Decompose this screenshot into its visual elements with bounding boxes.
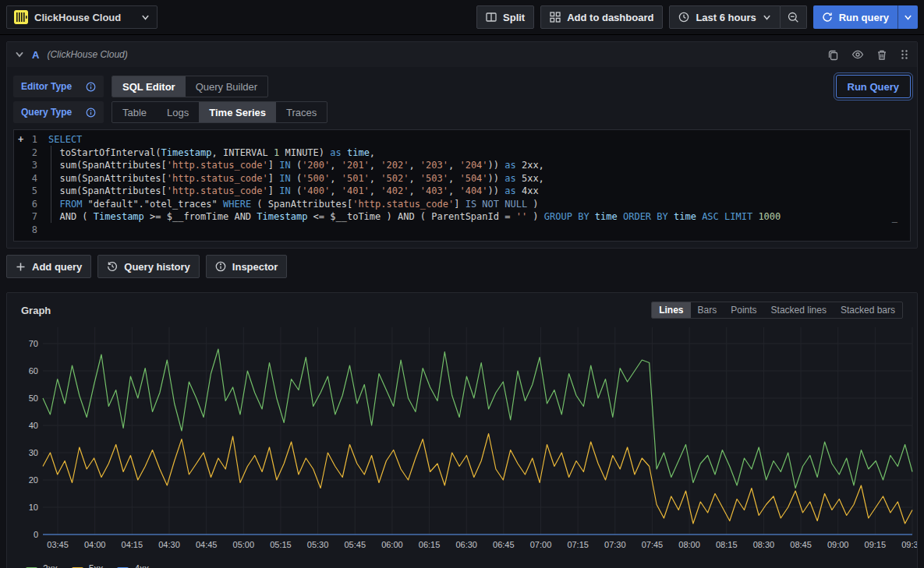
x-tick-label: 05:15 [270, 540, 292, 549]
code-line-7: 7 AND ( Timestamp >= $__fromTime AND Tim… [14, 210, 910, 224]
time-range-label: Last 6 hours [696, 12, 756, 23]
code-line-6: 6 FROM "default"."otel_traces" WHERE ( S… [14, 198, 910, 211]
x-tick-label: 06:00 [381, 540, 403, 549]
line-number: 3 [14, 159, 48, 172]
time-range-button[interactable]: Last 6 hours [669, 5, 780, 29]
sql-code-editor[interactable]: 1+SELECT2 toStartOfInterval(Timestamp, I… [13, 129, 911, 242]
query-type-option-time-series[interactable]: Time Series [199, 102, 276, 122]
y-tick-label: 30 [29, 448, 38, 457]
add-query-label: Add query [32, 261, 82, 273]
y-tick-label: 50 [29, 393, 38, 403]
collapse-chevron-icon[interactable] [15, 50, 24, 59]
search-minus-icon [788, 12, 799, 23]
graph-header: Graph LinesBarsPointsStacked linesStacke… [15, 299, 909, 321]
y-tick-label: 10 [29, 503, 38, 512]
legend-item-4xx[interactable]: 4xx [117, 563, 149, 568]
code-line-3: 3 sum(SpanAttributes['http.status_code']… [14, 159, 910, 172]
x-tick-label: 03:45 [47, 540, 69, 549]
datasource-label: ClickHouse Cloud [34, 12, 121, 23]
top-navigation-bar: ClickHouse Cloud Split Add to dashboard … [0, 0, 924, 35]
add-query-button[interactable]: Add query [6, 255, 91, 278]
legend-label: 5xx [89, 563, 104, 568]
add-to-dashboard-button[interactable]: Add to dashboard [540, 5, 663, 29]
query-editor-panel: A (ClickHouse Cloud) Editor Type SQL Edi… [6, 41, 918, 249]
legend-item-2xx[interactable]: 2xx [26, 563, 58, 568]
datasource-picker[interactable]: ClickHouse Cloud [6, 5, 158, 29]
run-query-dropdown[interactable] [897, 5, 918, 29]
y-tick-label: 0 [34, 530, 38, 539]
x-tick-label: 05:45 [344, 540, 366, 549]
query-type-option-table[interactable]: Table [112, 102, 157, 122]
legend-label: 2xx [43, 563, 58, 568]
inspector-button[interactable]: Inspector [206, 255, 288, 278]
y-tick-label: 40 [29, 421, 38, 430]
run-query-main[interactable]: Run query [813, 5, 897, 29]
history-icon [107, 261, 118, 272]
time-picker-group: Last 6 hours [669, 5, 806, 29]
editor-type-option-sql-editor[interactable]: SQL Editor [112, 76, 186, 97]
duplicate-query-icon[interactable] [827, 49, 839, 61]
graph-style-radio-group: LinesBarsPointsStacked linesStacked bars [651, 302, 903, 319]
timeseries-chart[interactable]: 03:4504:0004:1504:3004:4505:0005:1505:30… [21, 321, 917, 556]
x-tick-label: 09:00 [827, 540, 849, 549]
query-type-option-traces[interactable]: Traces [276, 102, 327, 122]
legend-item-5xx[interactable]: 5xx [72, 563, 104, 568]
query-editor-body: Editor Type SQL EditorQuery Builder Run … [7, 67, 917, 248]
graph-style-option-stacked-bars[interactable]: Stacked bars [834, 302, 902, 318]
add-to-dashboard-label: Add to dashboard [567, 12, 653, 23]
query-type-option-logs[interactable]: Logs [157, 102, 199, 122]
query-row-header: A (ClickHouse Cloud) [7, 42, 917, 67]
y-tick-label: 60 [29, 366, 38, 376]
x-tick-label: 07:45 [642, 540, 664, 549]
line-number: 6 [14, 198, 48, 211]
zoom-out-time-button[interactable] [781, 5, 807, 29]
chevron-down-icon [904, 13, 912, 22]
graph-style-option-lines[interactable]: Lines [652, 302, 690, 318]
plus-icon [16, 262, 26, 272]
graph-style-option-bars[interactable]: Bars [691, 302, 724, 318]
clock-icon [678, 12, 689, 23]
hide-response-eye-icon[interactable] [851, 48, 864, 61]
series-line-2xx [43, 349, 912, 489]
remove-query-trash-icon[interactable] [876, 49, 887, 61]
editor-type-label-chip: Editor Type [13, 76, 104, 97]
x-tick-label: 08:30 [753, 540, 775, 549]
graph-title: Graph [21, 305, 51, 316]
x-tick-label: 07:30 [604, 540, 626, 549]
cursor-mark: _ [892, 211, 897, 224]
query-type-label-chip: Query Type [13, 101, 104, 123]
line-number: 5 [14, 185, 48, 198]
editor-type-row: Editor Type SQL EditorQuery Builder Run … [13, 75, 911, 98]
split-button[interactable]: Split [476, 5, 534, 29]
explore-actions: Add query Query history Inspector [6, 255, 918, 278]
query-row-actions [827, 48, 909, 61]
graph-style-option-points[interactable]: Points [724, 302, 763, 318]
dashboard-grid-icon [550, 12, 561, 23]
editor-type-option-query-builder[interactable]: Query Builder [186, 76, 267, 97]
split-label: Split [503, 12, 525, 23]
x-tick-label: 04:45 [196, 540, 218, 549]
y-tick-label: 70 [29, 339, 38, 348]
query-history-button[interactable]: Query history [97, 255, 200, 278]
x-tick-label: 08:00 [678, 540, 700, 549]
x-tick-label: 07:15 [567, 540, 589, 549]
code-line-5: 5 sum(SpanAttributes['http.status_code']… [14, 185, 910, 198]
sql-code-lines: 1+SELECT2 toStartOfInterval(Timestamp, I… [14, 133, 910, 236]
line-number: 4 [14, 172, 48, 185]
run-query-label: Run query [839, 12, 889, 23]
run-query-split-button[interactable]: Run query [813, 5, 918, 29]
drag-handle-icon[interactable] [900, 49, 909, 60]
split-columns-icon [486, 12, 497, 23]
legend-label: 4xx [134, 563, 149, 568]
run-query-button[interactable]: Run Query [836, 75, 911, 98]
graph-style-option-stacked-lines[interactable]: Stacked lines [764, 302, 834, 318]
query-type-radio-group: TableLogsTime SeriesTraces [112, 101, 327, 123]
x-tick-label: 06:30 [455, 540, 477, 549]
add-line-icon[interactable]: + [18, 133, 23, 146]
query-ref-id[interactable]: A [32, 49, 39, 61]
chevron-down-icon [141, 13, 150, 22]
code-line-8: 8 [14, 224, 910, 237]
query-type-label: Query Type [21, 107, 72, 118]
x-tick-label: 05:00 [233, 540, 255, 549]
x-tick-label: 04:30 [158, 540, 180, 549]
